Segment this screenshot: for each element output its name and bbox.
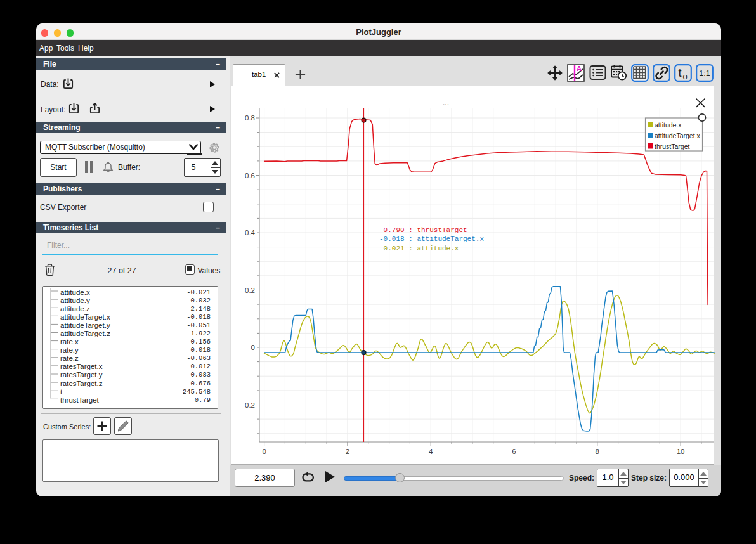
svg-text:10: 10 [676,448,684,455]
svg-text:0.4: 0.4 [245,229,256,236]
svg-text:-0.2: -0.2 [242,401,255,409]
svg-text:attitude.x: attitude.x [655,121,682,129]
svg-text:thrustTarget: thrustTarget [655,143,690,150]
svg-text:-0.021 : attitude.x: -0.021 : attitude.x [379,245,459,252]
svg-text:0.790 : thrustTarget: 0.790 : thrustTarget [379,226,467,234]
svg-text:0.6: 0.6 [245,172,255,179]
svg-text:6: 6 [512,448,516,455]
svg-text:0.2: 0.2 [245,287,255,294]
svg-text:t: t [679,66,682,79]
svg-text:0: 0 [251,344,254,351]
svg-text:8: 8 [595,448,599,455]
svg-text:0.8: 0.8 [245,114,255,122]
svg-text:A: A [577,65,582,72]
svg-text:...: ... [443,98,449,107]
svg-text:attitudeTarget.x: attitudeTarget.x [655,132,701,139]
svg-text:1:1: 1:1 [699,68,710,77]
svg-text:2: 2 [345,448,349,455]
svg-text:-0.018 : attitudeTarget.x: -0.018 : attitudeTarget.x [379,235,484,243]
svg-text:0: 0 [262,448,266,455]
svg-text:o: o [683,71,688,81]
svg-text:4: 4 [428,448,433,455]
